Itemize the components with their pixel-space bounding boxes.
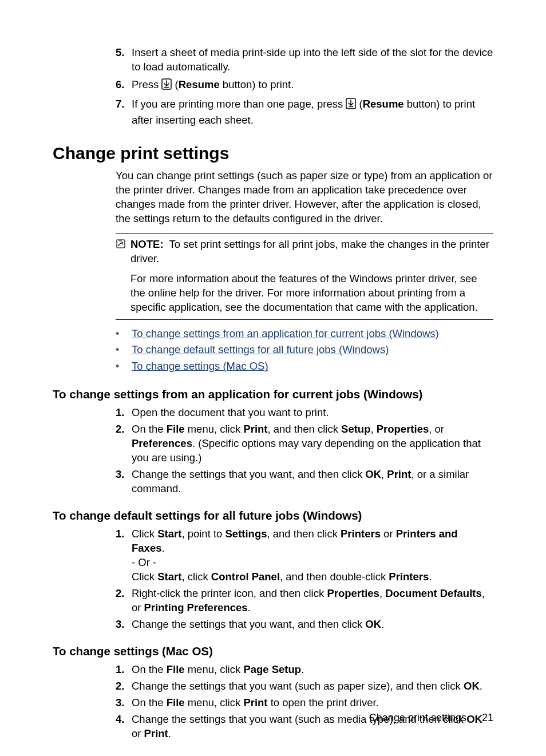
step-item: 2.Change the settings that you want (suc… bbox=[116, 679, 493, 694]
step-body: On the File menu, click Print, and then … bbox=[132, 422, 493, 465]
list-body: Press (Resume button) to print. bbox=[132, 78, 493, 94]
step-item: 2.Right-click the printer icon, and then… bbox=[116, 587, 493, 615]
step-list: 1.On the File menu, click Page Setup.2.C… bbox=[53, 663, 493, 741]
step-body: Right-click the printer icon, and then c… bbox=[132, 587, 493, 615]
step-body: Open the document that you want to print… bbox=[132, 406, 493, 420]
note-label: NOTE: bbox=[130, 238, 164, 250]
step-body: Change the settings that you want (such … bbox=[132, 679, 493, 694]
list-body: If you are printing more than one page, … bbox=[132, 97, 493, 128]
toc-item: •To change settings (Mac OS) bbox=[116, 358, 493, 375]
heading-2: To change settings from an application f… bbox=[53, 387, 493, 401]
toc-item: •To change default settings for all futu… bbox=[116, 342, 493, 358]
step-list: 1.Open the document that you want to pri… bbox=[53, 406, 493, 496]
step-list: 1.Click Start, point to Settings, and th… bbox=[53, 527, 493, 632]
step-number: 2. bbox=[116, 679, 132, 694]
toc-link[interactable]: To change settings (Mac OS) bbox=[132, 358, 268, 375]
heading-1: Change print settings bbox=[53, 144, 493, 163]
resume-button-icon bbox=[346, 98, 356, 113]
step-item: 1.Open the document that you want to pri… bbox=[116, 406, 493, 420]
step-body: Change the settings that you want, and t… bbox=[132, 468, 493, 496]
step-number: 1. bbox=[116, 527, 132, 584]
page-footer: Change print settings 21 bbox=[369, 712, 493, 724]
bullet-icon: • bbox=[116, 359, 132, 375]
note-line-1-text: To set print settings for all print jobs… bbox=[130, 238, 489, 264]
step-number: 2. bbox=[116, 422, 132, 465]
toc-link[interactable]: To change default settings for all futur… bbox=[132, 342, 389, 358]
step-body: Click Start, point to Settings, and then… bbox=[132, 527, 493, 584]
step-number: 3. bbox=[116, 696, 132, 710]
footer-page-number: 21 bbox=[482, 712, 493, 723]
heading-2: To change settings (Mac OS) bbox=[53, 644, 493, 658]
step-number: 2. bbox=[116, 587, 132, 615]
step-number: 1. bbox=[116, 663, 132, 677]
note-line-2: For more information about the features … bbox=[116, 272, 493, 315]
step-number: 3. bbox=[116, 468, 132, 496]
step-number: 4. bbox=[116, 713, 132, 741]
footer-title: Change print settings bbox=[369, 712, 466, 723]
toc-link[interactable]: To change settings from an application f… bbox=[132, 326, 439, 342]
document-page: 5.Insert a sheet of media print-side up … bbox=[0, 0, 546, 756]
bullet-icon: • bbox=[116, 326, 132, 342]
step-item: 3.Change the settings that you want, and… bbox=[116, 618, 493, 632]
list-number: 6. bbox=[116, 78, 132, 94]
list-number: 5. bbox=[116, 46, 132, 74]
list-item: 6.Press (Resume button) to print. bbox=[116, 78, 493, 94]
step-item: 3.On the File menu, click Print to open … bbox=[116, 696, 493, 710]
note-line-1: NOTE: To set print settings for all prin… bbox=[130, 238, 493, 266]
step-item: 1.On the File menu, click Page Setup. bbox=[116, 663, 493, 677]
step-item: 2.On the File menu, click Print, and the… bbox=[116, 422, 493, 465]
top-ordered-list: 5.Insert a sheet of media print-side up … bbox=[53, 46, 493, 128]
toc-link-list: •To change settings from an application … bbox=[53, 326, 493, 375]
step-item: 3.Change the settings that you want, and… bbox=[116, 468, 493, 496]
note-box: NOTE: To set print settings for all prin… bbox=[116, 233, 493, 320]
list-body: Insert a sheet of media print-side up in… bbox=[132, 46, 493, 74]
list-item: 7.If you are printing more than one page… bbox=[116, 97, 493, 128]
intro-paragraph: You can change print settings (such as p… bbox=[53, 169, 493, 226]
resume-button-icon bbox=[161, 78, 172, 94]
note-icon bbox=[116, 238, 130, 266]
toc-item: •To change settings from an application … bbox=[116, 326, 493, 342]
list-item: 5.Insert a sheet of media print-side up … bbox=[116, 46, 493, 74]
step-body: On the File menu, click Print to open th… bbox=[132, 696, 493, 710]
bullet-icon: • bbox=[116, 342, 132, 358]
step-body: Change the settings that you want, and t… bbox=[132, 618, 493, 632]
list-number: 7. bbox=[116, 97, 132, 128]
heading-2: To change default settings for all futur… bbox=[53, 509, 493, 523]
step-number: 3. bbox=[116, 618, 132, 632]
step-number: 1. bbox=[116, 406, 132, 420]
step-body: On the File menu, click Page Setup. bbox=[132, 663, 493, 677]
step-item: 1.Click Start, point to Settings, and th… bbox=[116, 527, 493, 584]
